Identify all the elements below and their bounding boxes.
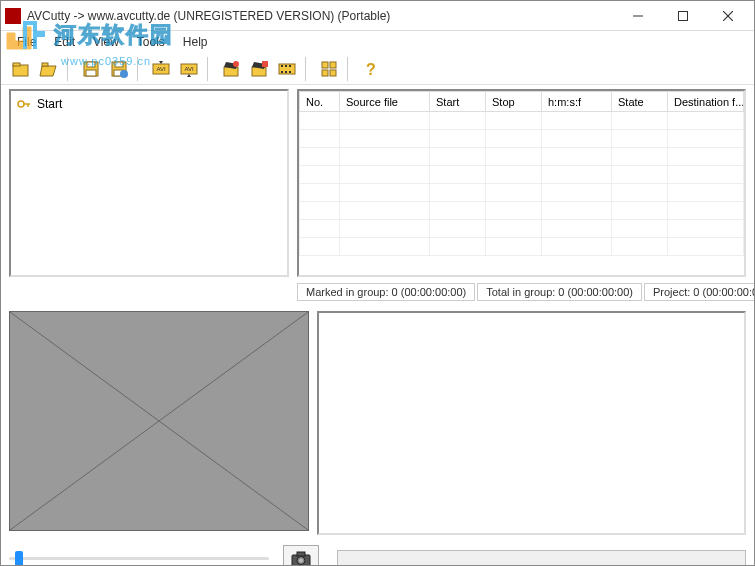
svg-rect-28 — [285, 71, 287, 73]
grid-button[interactable] — [317, 57, 341, 81]
toolbar: AVI AVI ? — [1, 53, 754, 85]
video-preview — [9, 311, 309, 531]
list-item[interactable]: Start — [15, 95, 283, 113]
camera-icon — [291, 551, 311, 566]
col-no[interactable]: No. — [300, 92, 340, 112]
svg-rect-27 — [281, 71, 283, 73]
svg-point-20 — [233, 61, 239, 67]
filmstrip-button[interactable] — [275, 57, 299, 81]
svg-rect-32 — [322, 70, 328, 76]
status-project: Project: 0 (00:00:00:00) — [644, 283, 755, 301]
toolbar-separator — [137, 57, 143, 81]
snapshot-button[interactable] — [283, 545, 319, 566]
svg-point-35 — [18, 101, 24, 107]
list-item-label: Start — [37, 97, 62, 111]
menu-view[interactable]: View — [85, 33, 127, 51]
key-icon — [17, 100, 31, 108]
col-start[interactable]: Start — [430, 92, 486, 112]
menubar: File Edit View Tools Help — [1, 31, 754, 53]
col-state[interactable]: State — [612, 92, 668, 112]
svg-rect-31 — [330, 62, 336, 68]
svg-rect-12 — [115, 62, 123, 67]
status-strip: Marked in group: 0 (00:00:00:00) Total i… — [1, 281, 754, 307]
open-folder-button[interactable] — [9, 57, 33, 81]
svg-point-14 — [120, 70, 128, 78]
save-as-button[interactable] — [107, 57, 131, 81]
table-row — [300, 130, 744, 148]
svg-text:AVI: AVI — [184, 66, 194, 72]
progress-bar — [337, 550, 746, 566]
menu-edit[interactable]: Edit — [46, 33, 83, 51]
svg-rect-10 — [86, 70, 96, 76]
svg-rect-33 — [330, 70, 336, 76]
avi-out-button[interactable]: AVI — [177, 57, 201, 81]
svg-rect-42 — [297, 552, 305, 556]
table-row — [300, 166, 744, 184]
status-marked: Marked in group: 0 (00:00:00:00) — [297, 283, 475, 301]
save-button[interactable] — [79, 57, 103, 81]
svg-rect-29 — [289, 71, 291, 73]
table-row — [300, 202, 744, 220]
svg-rect-7 — [42, 63, 48, 66]
menu-file[interactable]: File — [9, 33, 44, 51]
col-hmsf[interactable]: h:m:s:f — [542, 92, 612, 112]
svg-rect-5 — [13, 65, 28, 76]
svg-rect-22 — [262, 61, 268, 67]
titlebar: AVCutty -> www.avcutty.de (UNREGISTERED … — [1, 1, 754, 31]
scene-button-2[interactable] — [247, 57, 271, 81]
open-file-button[interactable] — [37, 57, 61, 81]
toolbar-separator — [305, 57, 311, 81]
scene-button-1[interactable] — [219, 57, 243, 81]
toolbar-separator — [347, 57, 353, 81]
svg-rect-30 — [322, 62, 328, 68]
table-row — [300, 184, 744, 202]
col-source[interactable]: Source file — [340, 92, 430, 112]
svg-rect-25 — [285, 65, 287, 67]
svg-point-44 — [299, 559, 303, 563]
help-button[interactable]: ? — [359, 57, 383, 81]
toolbar-separator — [67, 57, 73, 81]
close-button[interactable] — [705, 2, 750, 30]
svg-text:?: ? — [366, 61, 376, 78]
app-icon — [5, 8, 21, 24]
detail-panel — [317, 311, 746, 535]
svg-rect-6 — [13, 63, 20, 66]
menu-tools[interactable]: Tools — [129, 33, 173, 51]
svg-rect-2 — [678, 11, 687, 20]
col-dest[interactable]: Destination f... — [668, 92, 744, 112]
table-row — [300, 148, 744, 166]
bottom-bar — [1, 539, 754, 566]
svg-rect-24 — [281, 65, 283, 67]
minimize-button[interactable] — [615, 2, 660, 30]
position-slider[interactable] — [9, 549, 269, 566]
svg-rect-9 — [87, 62, 95, 67]
status-total: Total in group: 0 (00:00:00:00) — [477, 283, 642, 301]
table-row — [300, 238, 744, 256]
menu-help[interactable]: Help — [175, 33, 216, 51]
table-row — [300, 220, 744, 238]
svg-text:AVI: AVI — [156, 66, 166, 72]
col-stop[interactable]: Stop — [486, 92, 542, 112]
group-list[interactable]: Start — [9, 89, 289, 277]
table-row — [300, 112, 744, 130]
svg-rect-26 — [289, 65, 291, 67]
clip-table[interactable]: No. Source file Start Stop h:m:s:f State… — [297, 89, 746, 277]
toolbar-separator — [207, 57, 213, 81]
maximize-button[interactable] — [660, 2, 705, 30]
window-title: AVCutty -> www.avcutty.de (UNREGISTERED … — [27, 9, 615, 23]
avi-in-button[interactable]: AVI — [149, 57, 173, 81]
